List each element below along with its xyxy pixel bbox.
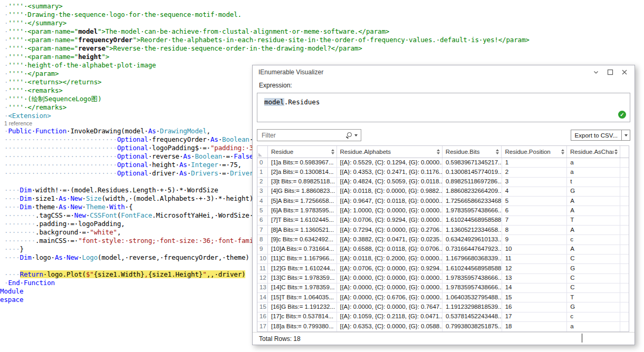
table-cell[interactable]: [1]a Bits:= 0.5983967... [268,158,337,167]
sort-icon[interactable] [561,149,564,154]
table-cell[interactable]: 8 [502,226,568,234]
search-icon[interactable] [345,132,353,139]
row-index[interactable]: 5 [257,206,268,215]
expression-input[interactable]: model.Residues ✓ [257,93,630,122]
chevron-down-icon[interactable] [589,66,603,78]
table-row[interactable]: 12[13]C Bits:= 1.978359...[{A}: 0.0000, … [257,274,629,283]
table-row[interactable]: 8[9]c Bits:= 0.6342492...[{A}: 0.3882, {… [257,235,629,245]
table-cell[interactable]: a [567,168,620,177]
sort-icon[interactable] [496,149,499,154]
row-index[interactable]: 17 [257,322,268,331]
table-row[interactable]: 11[12]G Bits:= 1.610244...[{A}: 0.0706, … [257,264,629,273]
table-cell[interactable]: 0.89825118697286... [443,178,502,187]
table-cell[interactable]: [{A}: 0.1059, {C}: 0.2118, {G}: 0.0471..… [337,312,443,321]
table-cell[interactable]: 7 [502,216,568,225]
column-header-residue-alphabets[interactable]: Residue.Alphabets [337,146,443,158]
table-cell[interactable]: c [567,235,620,244]
table-cell[interactable]: 3 [502,178,568,187]
table-cell[interactable]: T [567,216,620,225]
table-cell[interactable]: 2 [502,168,568,177]
table-cell[interactable]: [{A}: 0.0000, {C}: 0.6706, {G}: 0.0000..… [337,293,443,302]
table-cell[interactable]: G [567,302,620,311]
row-index[interactable]: 0 [257,158,268,167]
table-cell[interactable]: [{A}: 0.0118, {C}: 0.0000, {G}: 0.9882..… [337,187,443,196]
table-cell[interactable]: 0.79938038251875... [443,322,502,331]
table-cell[interactable]: 1.97835957438666... [443,274,502,283]
row-index[interactable]: 2 [257,178,268,187]
table-cell[interactable]: 13 [502,274,568,283]
table-cell[interactable]: [6]A Bits:= 1.9783595... [268,206,337,215]
maximize-button[interactable] [603,66,617,78]
table-cell[interactable]: [{A}: 0.5529, {C}: 0.1294, {G}: 0.0000..… [337,158,443,167]
table-cell[interactable]: [2]a Bits:= 0.1300814... [268,168,337,177]
table-cell[interactable]: [16]G Bits:= 1.191232... [268,302,337,311]
table-cell[interactable]: 16 [502,302,568,311]
table-cell[interactable]: 1.725665866233468 [443,197,502,206]
table-cell[interactable]: C [567,274,620,283]
row-index[interactable]: 10 [257,255,268,263]
column-header-residue-aschar[interactable]: Residue.AsChar [567,146,620,158]
dialog-titlebar[interactable]: IEnumerable Visualizer [253,65,635,79]
table-cell[interactable]: 0.73166447647923... [443,245,502,254]
table-cell[interactable]: 1 [502,158,568,167]
row-index[interactable]: 3 [257,187,268,196]
table-cell[interactable]: [9]c Bits:= 0.6342492... [268,235,337,244]
select-all-corner-cell[interactable] [257,146,268,158]
row-index[interactable]: 4 [257,197,268,206]
table-cell[interactable]: [13]C Bits:= 1.978359... [268,274,337,283]
table-cell[interactable]: 9 [502,235,568,244]
table-cell[interactable]: c [567,312,620,321]
table-cell[interactable]: [{A}: 0.0706, {C}: 0.9294, {G}: 0.0000..… [337,216,443,225]
row-index[interactable]: 13 [257,283,268,292]
table-cell[interactable]: 1.610244568958588 [443,264,502,273]
table-cell[interactable]: [10]A Bits:= 0.731664... [268,245,337,254]
table-cell[interactable]: 1.610244568958588 [443,216,502,225]
table-cell[interactable]: C [567,255,620,263]
table-cell[interactable]: T [567,293,620,302]
table-row[interactable]: 17[18]a Bits:= 0.799380...[{A}: 0.6353, … [257,322,629,331]
row-index[interactable]: 8 [257,235,268,244]
table-cell[interactable]: a [567,322,620,331]
table-cell[interactable]: [{A}: 0.7294, {C}: 0.0000, {G}: 0.2706..… [337,226,443,234]
table-row[interactable]: 5[6]A Bits:= 1.9783595...[{A}: 1.0000, {… [257,206,629,216]
table-cell[interactable]: G [567,264,620,273]
table-cell[interactable]: 1.97835957438666... [443,206,502,215]
table-cell[interactable]: [15]T Bits:= 1.064035... [268,293,337,302]
table-cell[interactable]: 0.13008145774019... [443,168,502,177]
table-cell[interactable]: 5 [502,197,568,206]
filter-input[interactable]: Filter [257,129,361,141]
table-row[interactable]: 3[4]G Bits:= 1.8860823...[{A}: 0.0118, {… [257,187,629,197]
table-cell[interactable]: 15 [502,293,568,302]
table-cell[interactable]: [{A}: 0.0000, {C}: 0.0000, {G}: 0.0000..… [337,283,443,292]
table-cell[interactable]: C [567,283,620,292]
table-cell[interactable]: 6 [502,206,568,215]
table-cell[interactable]: A [567,245,620,254]
table-cell[interactable]: [4]G Bits:= 1.8860823... [268,187,337,196]
table-row[interactable]: 2[3]t Bits:= 0.89825118...[{A}: 0.4824, … [257,178,629,187]
table-cell[interactable]: [14]C Bits:= 1.978359... [268,283,337,292]
table-cell[interactable]: [7]T Bits:= 1.6102445... [268,216,337,225]
table-row[interactable]: 16[17]c Bits:= 0.537814...[{A}: 0.1059, … [257,312,629,322]
table-cell[interactable]: [{A}: 0.0706, {C}: 0.0000, {G}: 0.9294..… [337,264,443,273]
table-cell[interactable]: G [567,187,620,196]
column-header-residue-position[interactable]: Residue.Position [502,146,567,158]
table-cell[interactable]: A [567,206,620,215]
table-cell[interactable]: 4 [502,187,568,196]
table-cell[interactable]: A [567,226,620,234]
table-cell[interactable]: 1.19123298818539... [443,302,502,311]
row-index[interactable]: 1 [257,168,268,177]
table-cell[interactable]: [3]t Bits:= 0.89825118... [268,178,337,187]
sort-icon[interactable] [437,149,440,154]
table-cell[interactable]: 1.16796680368339... [443,255,502,263]
table-cell[interactable]: [{A}: 0.0000, {C}: 0.0000, {G}: 0.7647..… [337,302,443,311]
table-cell[interactable]: 1.13605212334658... [443,226,502,234]
table-cell[interactable]: [18]a Bits:= 0.799380... [268,322,337,331]
row-index[interactable]: 15 [257,302,268,311]
table-row[interactable]: 6[7]T Bits:= 1.6102445...[{A}: 0.0706, {… [257,216,629,226]
table-cell[interactable]: 14 [502,283,568,292]
row-index[interactable]: 11 [257,264,268,273]
table-cell[interactable]: [8]A Bits:= 1.1360521... [268,226,337,234]
table-row[interactable]: 0[1]a Bits:= 0.5983967...[{A}: 0.5529, {… [257,158,629,168]
export-to-csv-button[interactable]: Export to CSV... [571,130,630,141]
table-cell[interactable]: [{A}: 1.0000, {C}: 0.0000, {G}: 0.0000..… [337,206,443,215]
